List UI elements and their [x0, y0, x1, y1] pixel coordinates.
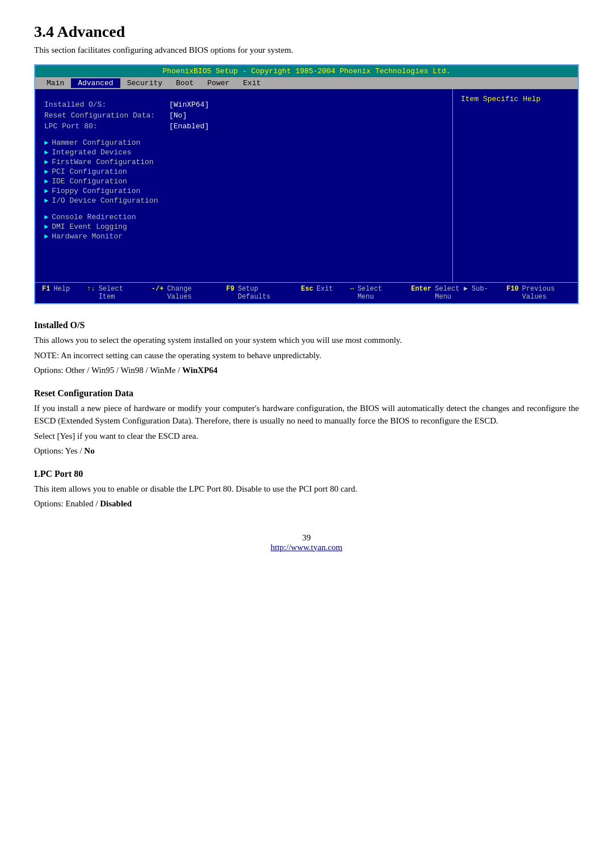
- bios-main-panel: Installed O/S: [WinXP64] Reset Configura…: [35, 89, 453, 282]
- bios-title-bar: PhoenixBIOS Setup - Copyright 1985-2004 …: [35, 65, 578, 77]
- key-esc: Esc: [301, 285, 313, 301]
- field-value-lpc-port: [Enabled]: [169, 122, 209, 131]
- arrow-icon: ►: [44, 168, 48, 176]
- footer-f9: F9 Setup Defaults: [226, 285, 284, 301]
- submenu-label-hammer: Hammer Configuration: [52, 139, 140, 147]
- label-select-item: Select Item: [99, 285, 135, 301]
- section-title-reset-config: Reset Configuration Data: [34, 388, 579, 399]
- label-select-menu: Select Menu: [358, 285, 394, 301]
- arrow-icon: ►: [44, 178, 48, 186]
- field-installed-os: Installed O/S: [WinXP64]: [44, 100, 443, 109]
- doc-options-lpc: Options: Enabled / Disabled: [34, 497, 579, 510]
- footer-lr-arrows: ↔ Select Menu: [350, 285, 394, 301]
- submenu-dmi[interactable]: ► DMI Event Logging: [44, 223, 443, 231]
- page-footer: 39 http://www.tyan.com: [34, 533, 579, 552]
- arrow-icon: ►: [44, 187, 48, 195]
- menu-boot[interactable]: Boot: [169, 78, 200, 88]
- page-title: 3.4 Advanced: [34, 23, 579, 41]
- footer-f1: F1 Help: [42, 285, 70, 301]
- submenu-io[interactable]: ► I/O Device Configuration: [44, 196, 443, 205]
- section-title-lpc-port: LPC Port 80: [34, 469, 579, 479]
- doc-options-installed-os: Options: Other / Win95 / Win98 / WinMe /…: [34, 364, 579, 377]
- submenu-label-pci: PCI Configuration: [52, 167, 127, 176]
- submenu-label-io: I/O Device Configuration: [52, 196, 158, 205]
- label-sub-menu: Select ► Sub-Menu: [435, 285, 489, 301]
- footer-plus-minus: -/+ Change Values: [152, 285, 209, 301]
- arrow-icon: ►: [44, 223, 48, 231]
- doc-text-lpc-1: This item allows you to enable or disabl…: [34, 483, 579, 496]
- doc-text-reset-config-2: Select [Yes] if you want to clear the ES…: [34, 430, 579, 443]
- bios-help-panel: Item Specific Help: [453, 89, 578, 282]
- arrow-icon: ►: [44, 158, 48, 166]
- label-change-values: Change Values: [167, 285, 209, 301]
- submenu-label-dmi: DMI Event Logging: [52, 223, 127, 231]
- field-lpc-port: LPC Port 80: [Enabled]: [44, 122, 443, 131]
- label-previous-values: Previous Values: [522, 285, 571, 301]
- submenu-label-hardware: Hardware Monitor: [52, 232, 123, 241]
- doc-bold-no: No: [84, 446, 94, 455]
- menu-advanced[interactable]: Advanced: [71, 78, 120, 88]
- key-plus-minus: -/+: [152, 285, 164, 301]
- menu-main[interactable]: Main: [40, 78, 71, 88]
- section-installed-os: Installed O/S This allows you to select …: [34, 320, 579, 377]
- arrow-icon: ►: [44, 139, 48, 147]
- bios-content: Installed O/S: [WinXP64] Reset Configura…: [35, 89, 578, 282]
- key-f1: F1: [42, 285, 50, 301]
- help-title: Item Specific Help: [461, 95, 570, 103]
- submenu-label-floppy: Floppy Configuration: [52, 187, 140, 195]
- field-value-reset-config: [No]: [169, 111, 187, 120]
- footer-f10: F10 Previous Values: [506, 285, 571, 301]
- key-arrows: ↑↓: [87, 285, 95, 301]
- footer-esc: Esc Exit: [301, 285, 333, 301]
- submenu-label-integrated: Integrated Devices: [52, 148, 131, 157]
- submenu-pci[interactable]: ► PCI Configuration: [44, 167, 443, 176]
- section-lpc-port: LPC Port 80 This item allows you to enab…: [34, 469, 579, 510]
- key-f9: F9: [226, 285, 234, 301]
- doc-bold-disabled: Disabled: [100, 499, 132, 508]
- intro-text: This section facilitates configuring adv…: [34, 45, 579, 55]
- arrow-icon: ►: [44, 233, 48, 241]
- doc-text-installed-os-1: This allows you to select the operating …: [34, 334, 579, 347]
- doc-bold-winxp: WinXP64: [182, 366, 217, 375]
- submenu-hardware[interactable]: ► Hardware Monitor: [44, 232, 443, 241]
- bios-screen: PhoenixBIOS Setup - Copyright 1985-2004 …: [34, 64, 579, 304]
- footer-enter: Enter Select ► Sub-Menu: [411, 285, 489, 301]
- key-f10: F10: [506, 285, 519, 301]
- key-lr-arrows: ↔: [350, 285, 354, 301]
- doc-text-reset-config-1: If you install a new piece of hardware o…: [34, 402, 579, 427]
- submenu-label-console: Console Redirection: [52, 213, 136, 221]
- arrow-icon: ►: [44, 149, 48, 157]
- footer-arrows: ↑↓ Select Item: [87, 285, 135, 301]
- submenu-floppy[interactable]: ► Floppy Configuration: [44, 187, 443, 195]
- page-number: 39: [34, 533, 579, 543]
- arrow-icon: ►: [44, 197, 48, 205]
- field-label-lpc-port: LPC Port 80:: [44, 122, 169, 131]
- submenu-label-ide: IDE Configuration: [52, 177, 127, 186]
- menu-security[interactable]: Security: [120, 78, 169, 88]
- submenu-firstware[interactable]: ► FirstWare Configuration: [44, 158, 443, 166]
- submenu-hammer[interactable]: ► Hammer Configuration: [44, 139, 443, 147]
- bios-menu-bar: Main Advanced Security Boot Power Exit: [35, 77, 578, 89]
- field-value-installed-os: [WinXP64]: [169, 100, 209, 109]
- section-reset-config: Reset Configuration Data If you install …: [34, 388, 579, 458]
- label-setup-defaults: Setup Defaults: [238, 285, 284, 301]
- menu-power[interactable]: Power: [200, 78, 236, 88]
- doc-text-installed-os-2: NOTE: An incorrect setting can cause the…: [34, 349, 579, 362]
- submenu-ide[interactable]: ► IDE Configuration: [44, 177, 443, 186]
- field-label-reset-config: Reset Configuration Data:: [44, 111, 169, 120]
- submenu-integrated[interactable]: ► Integrated Devices: [44, 148, 443, 157]
- doc-options-reset-config: Options: Yes / No: [34, 445, 579, 458]
- bios-footer: F1 Help ↑↓ Select Item -/+ Change Values…: [35, 282, 578, 303]
- submenu-console[interactable]: ► Console Redirection: [44, 213, 443, 221]
- field-label-installed-os: Installed O/S:: [44, 100, 169, 109]
- label-exit: Exit: [317, 285, 333, 301]
- arrow-icon: ►: [44, 213, 48, 221]
- menu-exit[interactable]: Exit: [236, 78, 267, 88]
- key-enter: Enter: [411, 285, 431, 301]
- label-help: Help: [53, 285, 70, 301]
- section-title-installed-os: Installed O/S: [34, 320, 579, 330]
- submenu-label-firstware: FirstWare Configuration: [52, 158, 153, 166]
- website-link[interactable]: http://www.tyan.com: [271, 543, 343, 552]
- field-reset-config: Reset Configuration Data: [No]: [44, 111, 443, 120]
